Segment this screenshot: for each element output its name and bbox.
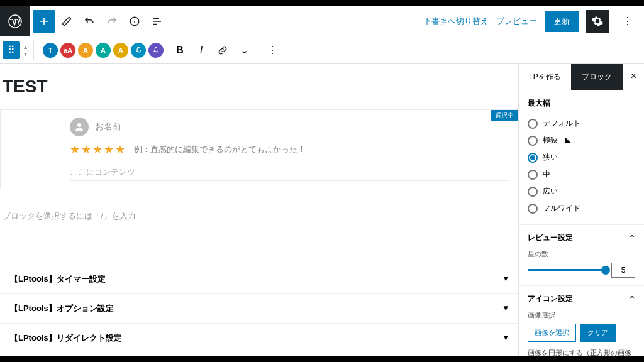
style-chip-7[interactable]: ℒ (148, 43, 164, 58)
chevron-down-icon: ▾ (504, 273, 508, 285)
info-icon[interactable] (123, 10, 146, 33)
image-select-label: 画像選択 (528, 310, 635, 320)
star-icon: ★ (70, 143, 80, 156)
panel-review: レビュー設定⌃ 星の数 (519, 225, 644, 286)
metabox-list: 【LPtools】タイマー設定▾ 【LPtools】オプション設定▾ 【LPto… (0, 265, 518, 356)
close-sidebar-icon[interactable]: × (623, 64, 644, 90)
redo-button[interactable] (101, 10, 123, 33)
avatar-icon (70, 118, 89, 136)
radio-narrow[interactable]: 狭い (528, 149, 635, 166)
style-chip-5[interactable]: A (113, 43, 128, 58)
chevron-up-icon[interactable]: ⌃ (629, 234, 635, 243)
style-chip-6[interactable]: ℒ (131, 43, 146, 58)
stars-slider[interactable] (528, 269, 606, 272)
star-icon: ★ (115, 143, 125, 156)
tab-lp[interactable]: LPを作る (519, 64, 571, 90)
chevron-down-icon[interactable]: ⌄ (234, 40, 254, 60)
content-input[interactable]: ここにコンテンツ (70, 164, 509, 181)
page-title[interactable]: TEST (0, 64, 518, 104)
review-block[interactable]: 選択中 お名前 ★ ★ ★ ★ ★ 例：直感的に編集できるのがとてもよか (0, 109, 518, 189)
star-icon: ★ (104, 143, 114, 156)
icon-panel-title: アイコン設定 (528, 293, 573, 304)
accordion-timer[interactable]: 【LPtools】タイマー設定▾ (0, 265, 518, 294)
radio-fullwide[interactable]: フルワイド (528, 200, 635, 217)
style-chip-3[interactable]: A (78, 43, 93, 58)
block-handle-icon[interactable]: ⠿ (3, 41, 20, 59)
tab-block[interactable]: ブロック (571, 64, 623, 90)
name-placeholder[interactable]: お名前 (95, 121, 121, 133)
style-chip-2[interactable]: aA (60, 43, 75, 58)
radio-very-narrow[interactable]: 極狭 (528, 132, 635, 149)
link-button[interactable] (213, 40, 233, 60)
stars-count-label: 星の数 (528, 250, 635, 259)
update-button[interactable]: 更新 (545, 11, 579, 32)
radio-default[interactable]: デフォルト (528, 115, 635, 132)
clear-image-button[interactable]: クリア (580, 324, 616, 342)
chevron-down-icon: ▾ (504, 303, 508, 314)
svg-point-0 (9, 15, 21, 28)
move-down-icon[interactable]: ▾ (24, 50, 27, 57)
wp-logo[interactable] (0, 6, 30, 36)
more-menu-icon[interactable]: ⋮ (616, 10, 639, 33)
block-more-icon[interactable]: ⋮ (262, 40, 282, 60)
review-panel-title: レビュー設定 (528, 233, 573, 243)
chevron-down-icon: ▾ (504, 332, 508, 344)
italic-button[interactable]: I (191, 40, 211, 60)
star-rating: ★ ★ ★ ★ ★ (70, 143, 125, 156)
select-image-button[interactable]: 画像を選択 (528, 324, 576, 342)
panel-max-width: 最大幅 デフォルト 極狭 狭い 中 広い フルワイド (519, 90, 644, 225)
max-width-label: 最大幅 (528, 98, 635, 109)
selected-badge: 選択中 (491, 110, 518, 121)
chevron-up-icon[interactable]: ⌃ (629, 295, 635, 304)
style-chip-4[interactable]: A (96, 43, 111, 58)
settings-button[interactable] (586, 10, 609, 33)
star-icon: ★ (92, 143, 103, 156)
star-icon: ★ (81, 143, 91, 156)
preview-link[interactable]: プレビュー (496, 16, 537, 27)
circle-note: 画像を円形にする（正方形の画像をお使いください） (528, 348, 635, 356)
settings-sidebar: LPを作る ブロック × 最大幅 デフォルト 極狭 狭い 中 広い フルワイド … (518, 64, 644, 356)
accordion-ogp[interactable]: 【LPtools】OGP設定▾ (0, 353, 518, 356)
outline-icon[interactable] (146, 10, 169, 33)
block-toolbar: ⠿ ▴ ▾ T aA A A A ℒ ℒ B I ⌄ ⋮ (0, 36, 644, 64)
accordion-options[interactable]: 【LPtools】オプション設定▾ (0, 294, 518, 324)
editor-canvas: TEST 選択中 お名前 ★ ★ ★ ★ ★ (0, 64, 518, 356)
undo-button[interactable] (78, 10, 101, 33)
slash-hint[interactable]: ブロックを選択するには「/」を入力 (0, 199, 518, 233)
edit-icon[interactable] (55, 10, 78, 33)
add-block-button[interactable] (33, 10, 55, 33)
move-up-icon[interactable]: ▴ (24, 43, 27, 50)
style-chip-1[interactable]: T (43, 43, 58, 58)
stars-input[interactable] (611, 263, 635, 278)
radio-wide[interactable]: 広い (528, 183, 635, 200)
review-text-placeholder[interactable]: 例：直感的に編集できるのがとてもよかった！ (134, 144, 306, 155)
svg-point-2 (77, 123, 81, 127)
panel-icon: アイコン設定⌃ 画像選択 画像を選択 クリア 画像を円形にする（正方形の画像をお… (519, 286, 644, 356)
switch-draft-link[interactable]: 下書きへ切り替え (423, 16, 489, 27)
radio-medium[interactable]: 中 (528, 166, 635, 183)
top-toolbar: 下書きへ切り替え プレビュー 更新 ⋮ (0, 6, 644, 36)
accordion-redirect[interactable]: 【LPtools】リダイレクト設定▾ (0, 324, 518, 353)
bold-button[interactable]: B (170, 40, 190, 60)
